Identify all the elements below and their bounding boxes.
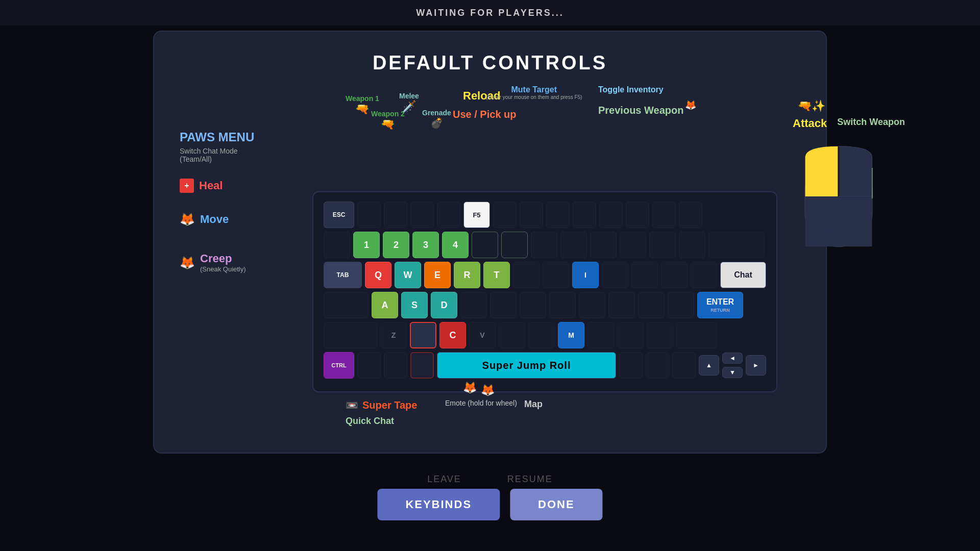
prev-weapon-annotation: Previous Weapon 🦊 — [598, 105, 683, 116]
key-3[interactable]: 3 — [412, 232, 439, 258]
key-alt-l — [384, 352, 407, 379]
creep-label-item: 🦊 Creep (Sneak Quietly) — [180, 252, 297, 273]
key-equals — [679, 232, 705, 258]
key-arrow-down[interactable]: ▼ — [722, 367, 743, 378]
key-ctrl[interactable]: CTRL — [324, 352, 354, 379]
move-label: Move — [200, 213, 229, 226]
key-n — [528, 322, 555, 348]
move-icon: 🦊 — [180, 212, 195, 227]
enter-label: ENTER — [706, 297, 734, 307]
key-enter[interactable]: ENTER RETURN — [697, 292, 743, 318]
mouse-top-labels: Attack Switch Weapon — [793, 117, 905, 130]
key-r[interactable]: R — [454, 262, 480, 288]
key-k — [579, 292, 605, 318]
use-annotation: Use / Pick up — [453, 109, 517, 120]
key-bracket-open — [661, 262, 688, 288]
prev-weapon-fox: 🦊 — [685, 99, 696, 111]
keyboard-row-4: A S D ENTER RETURN — [324, 292, 766, 318]
key-fn — [410, 352, 434, 379]
modal-title: DEFAULT CONTROLS — [180, 52, 800, 74]
key-x[interactable] — [410, 322, 436, 348]
key-backspace — [708, 232, 765, 258]
grenade-icon: 💣 — [422, 117, 451, 129]
key-win — [357, 352, 381, 379]
key-w[interactable]: W — [395, 262, 421, 288]
creep-icon: 🦊 — [180, 256, 195, 270]
map-annotation: Map — [524, 399, 543, 410]
mute-annotation: Mute Target (Hover your mouse on them an… — [486, 85, 582, 100]
mouse-diagram — [793, 135, 885, 258]
heal-icon: + — [180, 179, 194, 193]
done-button[interactable]: DONE — [510, 489, 603, 520]
key-c[interactable]: C — [439, 322, 466, 348]
key-minus — [649, 232, 676, 258]
creep-label: Creep — [200, 252, 232, 265]
key-2[interactable]: 2 — [383, 232, 409, 258]
keybinds-button[interactable]: KEYBINDS — [377, 489, 500, 520]
resume-text: RESUME — [507, 474, 553, 485]
key-y — [513, 262, 540, 288]
use-label: Use / Pick up — [453, 109, 517, 120]
toggle-label: Toggle Inventory — [598, 85, 664, 94]
key-arrow-right[interactable]: ► — [746, 355, 766, 375]
top-annotations: Weapon 1 🔫 Weapon 2 🔫 Melee 🗡️ Grenade 💣 — [312, 89, 777, 161]
key-m[interactable]: M — [558, 322, 584, 348]
paws-menu-label: PAWS MENU — [180, 130, 297, 144]
tape-icon: 📼 — [346, 399, 358, 411]
key-period — [617, 322, 644, 348]
key-j — [549, 292, 576, 318]
fox-on-space: 🦊 — [463, 381, 477, 394]
key-menu — [646, 352, 669, 379]
key-quote — [668, 292, 694, 318]
key-esc[interactable]: ESC — [324, 202, 354, 228]
super-tape-label: Super Tape — [362, 399, 417, 411]
svg-rect-4 — [805, 230, 872, 246]
key-chat[interactable]: Chat — [720, 262, 766, 288]
controls-modal: DEFAULT CONTROLS PAWS MENU Switch Chat M… — [153, 31, 827, 454]
key-tab[interactable]: TAB — [324, 262, 362, 288]
key-blank-13 — [679, 202, 702, 228]
bottom-buttons: KEYBINDS DONE — [377, 489, 602, 520]
keyboard: ESC F5 1 — [312, 191, 777, 392]
attack-label: Attack — [793, 117, 827, 130]
heal-label: Heal — [199, 179, 223, 192]
key-i[interactable]: I — [572, 262, 599, 288]
key-comma — [587, 322, 614, 348]
key-4[interactable]: 4 — [442, 232, 469, 258]
key-slash — [647, 322, 673, 348]
key-z: Z — [380, 322, 407, 348]
controls-area: PAWS MENU Switch Chat Mode(Team/All) + H… — [180, 89, 800, 432]
key-q[interactable]: Q — [365, 262, 391, 288]
weapon1-label: Weapon 1 — [346, 94, 379, 103]
key-d[interactable]: D — [431, 292, 457, 318]
leave-text: LEAVE — [427, 474, 461, 485]
key-blank-10 — [599, 202, 623, 228]
arrow-group: ◄ ▼ — [722, 353, 743, 378]
key-p — [631, 262, 658, 288]
key-l — [608, 292, 635, 318]
key-arrow-up[interactable]: ▲ — [699, 355, 719, 375]
keyboard-row-1: ESC F5 — [324, 202, 766, 228]
super-tape-annotation: 📼 Super Tape — [346, 399, 417, 411]
key-blank-1 — [357, 202, 381, 228]
melee-annotation: Melee 🗡️ — [399, 92, 419, 113]
key-blank-4 — [437, 202, 460, 228]
bottom-annotations: 📼 Super Tape Quick Chat 🦊 🦊 Emote (hold … — [312, 396, 777, 432]
key-a[interactable]: A — [372, 292, 398, 318]
key-t[interactable]: T — [483, 262, 510, 288]
emote-label: Emote (hold for wheel) — [445, 399, 517, 407]
key-e[interactable]: E — [424, 262, 451, 288]
grenade-annotation: Grenade 💣 — [422, 109, 451, 129]
key-blank-8 — [546, 202, 570, 228]
key-s[interactable]: S — [401, 292, 428, 318]
heal-label-item: + Heal — [180, 179, 297, 193]
key-f5[interactable]: F5 — [463, 202, 490, 228]
key-space[interactable]: Super Jump Roll — [437, 352, 616, 379]
keyboard-section: Weapon 1 🔫 Weapon 2 🔫 Melee 🗡️ Grenade 💣 — [312, 89, 777, 432]
key-8 — [560, 232, 587, 258]
enter-sub: RETURN — [710, 308, 730, 313]
key-1[interactable]: 1 — [353, 232, 380, 258]
right-mouse-section: 🔫✨ Attack Switch Weapon — [793, 89, 905, 198]
key-arrow-left[interactable]: ◄ — [722, 353, 743, 364]
top-bar: WAITING FOR PLAYERS... — [0, 0, 980, 26]
